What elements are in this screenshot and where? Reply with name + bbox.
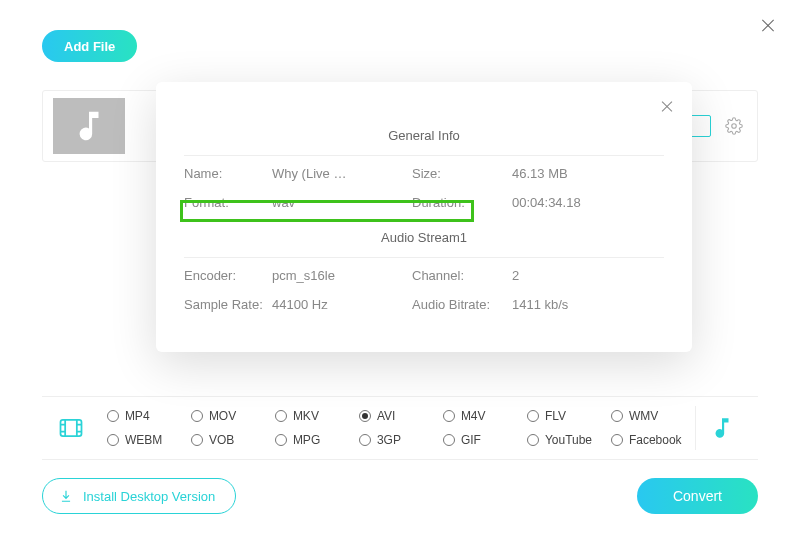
format-option-label: MKV — [293, 409, 319, 423]
format-option-mkv[interactable]: MKV — [275, 409, 359, 423]
format-option-wmv[interactable]: WMV — [611, 409, 695, 423]
value-name: Why (Live … — [272, 166, 412, 181]
label-format: Format: — [184, 195, 272, 210]
label-samplerate: Sample Rate: — [184, 297, 272, 312]
video-category-icon[interactable] — [52, 406, 91, 450]
svg-rect-1 — [61, 420, 82, 436]
format-option-label: MOV — [209, 409, 236, 423]
radio-icon — [359, 434, 371, 446]
radio-icon — [275, 434, 287, 446]
install-desktop-button[interactable]: Install Desktop Version — [42, 478, 236, 514]
label-duration: Duration: — [412, 195, 512, 210]
format-option-gif[interactable]: GIF — [443, 433, 527, 447]
value-bitrate: 1411 kb/s — [512, 297, 632, 312]
value-format: wav — [272, 195, 412, 210]
label-encoder: Encoder: — [184, 268, 272, 283]
radio-icon — [611, 434, 623, 446]
label-name: Name: — [184, 166, 272, 181]
radio-icon — [191, 434, 203, 446]
label-channel: Channel: — [412, 268, 512, 283]
format-strip: MP4MOVMKVAVIM4VFLVWMVWEBMVOBMPG3GPGIFYou… — [42, 396, 758, 460]
format-option-label: GIF — [461, 433, 481, 447]
value-duration: 00:04:34.18 — [512, 195, 632, 210]
radio-icon — [527, 410, 539, 422]
close-icon[interactable] — [760, 18, 776, 34]
radio-icon — [191, 410, 203, 422]
audio-category-icon[interactable] — [695, 406, 748, 450]
format-option-label: MPG — [293, 433, 320, 447]
divider — [184, 257, 664, 258]
format-option-m4v[interactable]: M4V — [443, 409, 527, 423]
format-option-label: M4V — [461, 409, 486, 423]
general-info-grid: Name: Why (Live … Size: 46.13 MB Format:… — [184, 166, 664, 210]
format-option-label: MP4 — [125, 409, 150, 423]
radio-icon — [275, 410, 287, 422]
section-title-general: General Info — [184, 128, 664, 143]
add-file-button[interactable]: Add File — [42, 30, 137, 62]
modal-close-icon[interactable] — [660, 100, 674, 114]
file-thumbnail — [53, 98, 125, 154]
format-option-label: WMV — [629, 409, 658, 423]
value-size: 46.13 MB — [512, 166, 632, 181]
convert-button[interactable]: Convert — [637, 478, 758, 514]
info-modal: General Info Name: Why (Live … Size: 46.… — [156, 82, 692, 352]
install-desktop-label: Install Desktop Version — [83, 489, 215, 504]
format-option-youtube[interactable]: YouTube — [527, 433, 611, 447]
format-option-facebook[interactable]: Facebook — [611, 433, 695, 447]
label-size: Size: — [412, 166, 512, 181]
format-option-label: AVI — [377, 409, 395, 423]
download-icon — [59, 489, 73, 503]
format-option-label: VOB — [209, 433, 234, 447]
format-option-webm[interactable]: WEBM — [107, 433, 191, 447]
divider — [184, 155, 664, 156]
audio-info-grid: Encoder: pcm_s16le Channel: 2 Sample Rat… — [184, 268, 664, 312]
format-option-label: WEBM — [125, 433, 162, 447]
format-option-label: FLV — [545, 409, 566, 423]
radio-icon — [107, 410, 119, 422]
format-option-mov[interactable]: MOV — [191, 409, 275, 423]
value-encoder: pcm_s16le — [272, 268, 412, 283]
radio-icon — [443, 434, 455, 446]
format-option-flv[interactable]: FLV — [527, 409, 611, 423]
value-channel: 2 — [512, 268, 632, 283]
format-option-label: YouTube — [545, 433, 592, 447]
radio-icon — [527, 434, 539, 446]
format-option-vob[interactable]: VOB — [191, 433, 275, 447]
value-samplerate: 44100 Hz — [272, 297, 412, 312]
format-option-label: 3GP — [377, 433, 401, 447]
gear-icon[interactable] — [725, 117, 743, 135]
format-option-label: Facebook — [629, 433, 682, 447]
format-option-mpg[interactable]: MPG — [275, 433, 359, 447]
svg-point-0 — [732, 124, 737, 129]
label-bitrate: Audio Bitrate: — [412, 297, 512, 312]
section-title-audio: Audio Stream1 — [184, 230, 664, 245]
music-note-icon — [70, 107, 108, 145]
radio-icon — [443, 410, 455, 422]
radio-icon — [611, 410, 623, 422]
format-option-mp4[interactable]: MP4 — [107, 409, 191, 423]
format-option-avi[interactable]: AVI — [359, 409, 443, 423]
radio-icon — [107, 434, 119, 446]
radio-icon — [359, 410, 371, 422]
format-option-3gp[interactable]: 3GP — [359, 433, 443, 447]
